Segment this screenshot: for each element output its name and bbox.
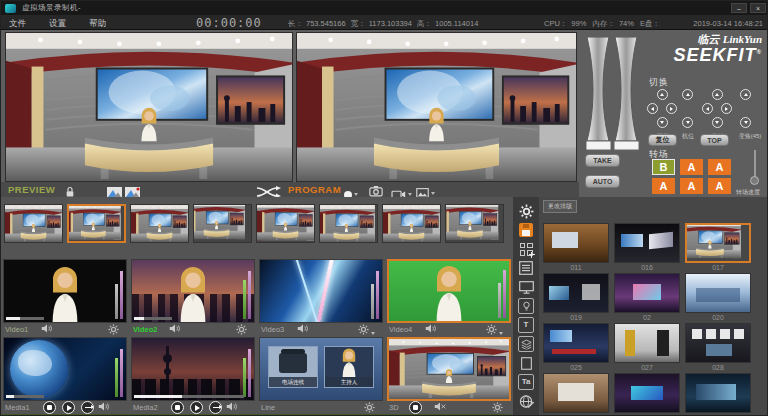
change-layout-button[interactable]: 更改排版: [543, 200, 577, 213]
top-view-button[interactable]: TOP: [700, 134, 729, 146]
scene-library-panel: 更改排版 011 016 017 019 02 020 025: [539, 197, 768, 416]
move-left-button[interactable]: [647, 103, 658, 114]
media1-play-button[interactable]: [62, 401, 75, 414]
video1-settings-icon[interactable]: [108, 324, 119, 337]
minimize-button[interactable]: –: [731, 3, 747, 13]
preview-monitor[interactable]: [5, 32, 293, 182]
position-down-button[interactable]: [682, 117, 693, 128]
zoom-out-button[interactable]: [740, 117, 751, 128]
move-right-button[interactable]: [666, 103, 677, 114]
video1-speaker-icon[interactable]: [41, 324, 53, 335]
scene-thumb-019[interactable]: 019: [543, 273, 609, 323]
menu-file[interactable]: 文件: [9, 18, 26, 30]
scene-thumb-02[interactable]: 02: [614, 273, 680, 323]
video3-controls: Video3: [259, 323, 383, 336]
scene-thumb-016[interactable]: 016: [614, 223, 680, 273]
media2-stop-button[interactable]: [171, 401, 184, 414]
dpad-position: [682, 89, 694, 131]
line-thumbnail[interactable]: 电话连线 主持人: [259, 337, 383, 401]
title-tool-icon[interactable]: T: [518, 317, 534, 333]
video3-speaker-icon[interactable]: [297, 324, 309, 335]
take-button[interactable]: TAKE: [585, 154, 620, 167]
scene-thumb-028[interactable]: 028: [685, 323, 751, 373]
camera-angle-8[interactable]: [445, 204, 504, 243]
move-down-button[interactable]: [657, 117, 668, 128]
text-tool-icon[interactable]: Ta: [518, 374, 534, 390]
media2-thumbnail[interactable]: [131, 337, 255, 401]
transition-key-A2[interactable]: A: [708, 159, 731, 175]
video3-thumbnail[interactable]: [259, 259, 383, 323]
media1-loop-button[interactable]: [81, 401, 94, 414]
rotate-down-button[interactable]: [712, 117, 723, 128]
media2-speaker-icon[interactable]: [226, 402, 238, 413]
position-up-button[interactable]: [682, 89, 693, 100]
add-layout-icon[interactable]: [518, 241, 534, 257]
camera-angle-7[interactable]: [382, 204, 441, 243]
light-icon[interactable]: [518, 298, 534, 314]
media1-speaker-icon[interactable]: [98, 402, 110, 413]
transition-key-A1[interactable]: A: [680, 159, 703, 175]
video2-speaker-icon[interactable]: [169, 324, 181, 335]
video2-settings-icon[interactable]: [236, 324, 247, 337]
scene-thumb-011[interactable]: 011: [543, 223, 609, 273]
scene-thumb-020[interactable]: 020: [685, 273, 751, 323]
zoom-in-button[interactable]: [740, 89, 751, 100]
transition-key-B[interactable]: B: [652, 159, 675, 175]
file-icon[interactable]: [518, 355, 534, 371]
camera-angle-4[interactable]: [193, 204, 252, 243]
scene-thumb-row4-2[interactable]: [614, 373, 680, 416]
program-monitor[interactable]: [296, 32, 577, 182]
scene3d-label: 3D: [389, 403, 403, 412]
move-up-button[interactable]: [657, 89, 668, 100]
media2-play-button[interactable]: [190, 401, 203, 414]
video3-label: Video3: [261, 325, 293, 334]
rotate-left-button[interactable]: [702, 103, 713, 114]
phone-icon: [279, 353, 307, 373]
network-edit-icon[interactable]: [518, 393, 534, 409]
media1-stop-button[interactable]: [43, 401, 56, 414]
playlist-icon[interactable]: [518, 260, 534, 276]
scene3d-thumbnail[interactable]: [387, 337, 511, 401]
camera-angle-1[interactable]: [4, 204, 63, 243]
rotate-up-button[interactable]: [712, 89, 723, 100]
camera-angle-5[interactable]: [256, 204, 315, 243]
video2-controls: Video2: [131, 323, 255, 336]
video2-thumbnail[interactable]: [131, 259, 255, 323]
settings-gear-icon[interactable]: [518, 203, 534, 219]
video4-settings-icon[interactable]: [486, 324, 503, 337]
layers-icon[interactable]: [518, 336, 534, 352]
scene3d-stop-button[interactable]: [409, 401, 422, 414]
media1-thumbnail[interactable]: [3, 337, 127, 401]
scene-thumb-027[interactable]: 027: [614, 323, 680, 373]
transition-tbar[interactable]: [586, 37, 640, 159]
reset-button[interactable]: 复位: [648, 134, 677, 146]
scene-thumb-row4-1[interactable]: [543, 373, 609, 416]
program-label: PROGRAM: [288, 184, 341, 195]
video3-settings-icon[interactable]: [358, 324, 375, 337]
transition-speed-knob[interactable]: [750, 176, 759, 185]
scene-thumb-025[interactable]: 025: [543, 323, 609, 373]
scene-thumb-row4-3[interactable]: [685, 373, 751, 416]
scene-thumb-017-selected[interactable]: 017: [685, 223, 751, 273]
transition-key-A3[interactable]: A: [652, 178, 675, 194]
video4-thumbnail[interactable]: [387, 259, 511, 323]
save-icon[interactable]: [518, 222, 534, 238]
media2-loop-button[interactable]: [209, 401, 222, 414]
display-icon[interactable]: [518, 279, 534, 295]
transition-key-A4[interactable]: A: [680, 178, 703, 194]
video1-thumbnail[interactable]: [3, 259, 127, 323]
media1-controls: Media1: [3, 401, 127, 414]
camera-angle-3[interactable]: [130, 204, 189, 243]
menu-settings[interactable]: 设置: [49, 18, 66, 30]
video4-tile: Video4: [387, 259, 511, 336]
height-value: 1005.114014: [435, 19, 478, 28]
video4-speaker-icon[interactable]: [425, 324, 437, 335]
camera-angle-2-selected[interactable]: [67, 204, 126, 243]
auto-button[interactable]: AUTO: [585, 175, 620, 188]
menu-help[interactable]: 帮助: [89, 18, 106, 30]
camera-angle-6[interactable]: [319, 204, 378, 243]
rotate-right-button[interactable]: [721, 103, 732, 114]
close-button[interactable]: ×: [750, 3, 766, 13]
length-label: 长：: [288, 19, 303, 28]
scene3d-mute-icon[interactable]: [434, 402, 446, 413]
